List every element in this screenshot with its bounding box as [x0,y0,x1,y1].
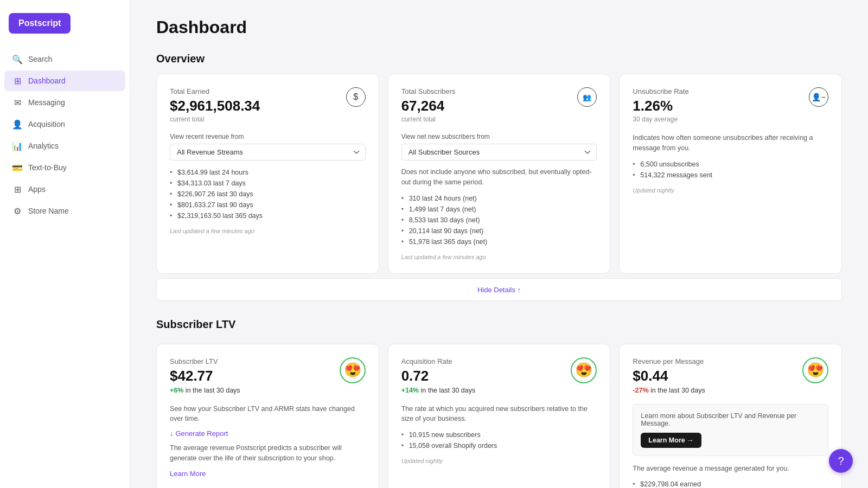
acquisition-footnote: Updated nightly [401,458,597,464]
overview-cards: Total Earned $2,961,508.34 current total… [156,74,842,274]
hide-details-bar: Hide Details ↑ [156,278,842,301]
earned-bullet-5: $2,319,163.50 last 365 days [170,210,366,221]
total-earned-footnote: Last updated a few minutes ago [170,228,366,234]
acquisition-change: +14% in the last 30 days [401,387,476,394]
sidebar-item-messaging[interactable]: ✉ Messaging [4,92,125,113]
rpm-learn-more-button[interactable]: Learn More → [641,433,701,448]
ltv-value: $42.77 [170,368,240,384]
sidebar-item-analytics[interactable]: 📊 Analytics [4,136,125,156]
sidebar: Postscript 🔍 Search ⊞ Dashboard ✉ Messag… [0,0,130,488]
sidebar-item-analytics-label: Analytics [28,142,59,150]
acquisition-value: 0.72 [401,368,476,384]
unsubscribe-rate-sub: 30 day average [633,115,688,123]
rpm-text2: The average revenue a message generated … [633,464,828,474]
earned-bullet-3: $226,907.26 last 30 days [170,189,366,200]
rpm-card-header: Revenue per Message $0.44 -27% in the la… [633,357,828,401]
rpm-bullet-1: $229,798.04 earned [633,479,828,488]
subscribers-dropdown-row: View net new subscribers from All Subscr… [401,133,597,160]
ltv-change-suffix: in the last 30 days [186,387,240,394]
unsubscribe-description: Indicates how often someone unsubscribes… [633,133,828,153]
sidebar-nav: 🔍 Search ⊞ Dashboard ✉ Messaging 👤 Acqui… [0,49,130,484]
total-subscribers-header: Total Subscribers 67,264 current total 👥 [401,87,597,131]
sidebar-logo: Postscript [9,13,121,34]
subscribers-bullets: 310 last 24 hours (net) 1,499 last 7 day… [401,193,597,247]
ltv-section-title: Subscriber LTV [156,318,842,331]
rpm-value: $0.44 [633,368,705,384]
acq-bullet-2: 15,058 overall Shopify orders [401,440,597,451]
acquisition-icon: 👤 [12,119,23,130]
hide-details-button[interactable]: Hide Details ↑ [477,286,521,294]
unsubscribe-rate-header: Unsubscribe Rate 1.26% 30 day average 👤− [633,87,828,131]
help-fab-button[interactable]: ? [829,449,853,473]
dollar-icon: $ [346,87,366,107]
sub-bullet-2: 1,499 last 7 days (net) [401,204,597,215]
acquisition-text1: The rate at which you acquired new subsc… [401,404,597,425]
total-earned-label: Total Earned [170,87,260,95]
rpm-box-text: Learn more about Subscriber LTV and Reve… [641,412,820,427]
total-subscribers-sub: current total [401,115,456,123]
sidebar-item-messaging-label: Messaging [28,98,65,107]
acquisition-bullets: 10,915 new subscribers 15,058 overall Sh… [401,429,597,451]
revenue-dropdown-row: View recent revenue from All Revenue Str… [170,133,366,160]
ltv-card-header: Subscriber LTV $42.77 +6% in the last 30… [170,357,366,401]
rpm-emoji-icon: 😍 [802,357,828,383]
help-icon: ? [838,455,844,467]
subscribers-footnote: Last updated a few minutes ago [401,254,597,260]
subscriber-ltv-card: Subscriber LTV $42.77 +6% in the last 30… [156,344,379,489]
main-content: Dashboard Overview Total Earned $2,961,5… [130,0,868,488]
sub-bullet-4: 20,114 last 90 days (net) [401,226,597,236]
unsubscribe-rate-card: Unsubscribe Rate 1.26% 30 day average 👤−… [619,74,842,274]
sub-bullet-5: 51,978 last 365 days (net) [401,236,597,247]
sub-bullet-1: 310 last 24 hours (net) [401,193,597,204]
unsubscribe-rate-value: 1.26% [633,98,688,114]
page-title: Dashboard [156,17,842,37]
store-icon: ⚙ [12,206,23,216]
sidebar-item-dashboard-label: Dashboard [28,76,66,85]
sidebar-item-acquisition-label: Acquisition [28,120,65,129]
total-subscribers-label: Total Subscribers [401,87,456,95]
ltv-learn-more-button[interactable]: Learn More [170,470,206,478]
acquisition-change-suffix: in the last 30 days [420,387,475,394]
acquisition-label: Acquisition Rate [401,357,476,365]
rpm-label: Revenue per Message [633,357,705,365]
subscribers-dropdown-label: View net new subscribers from [401,133,597,140]
rpm-learn-more-box: Learn more about Subscriber LTV and Reve… [633,404,828,456]
rpm-change-prefix: -27% [633,387,648,394]
ltv-text1: See how your Subscriber LTV and ARMR sta… [170,404,366,425]
earned-bullet-1: $3,614.99 last 24 hours [170,167,366,178]
sidebar-item-acquisition[interactable]: 👤 Acquisition [4,114,125,134]
unsubscribe-rate-label: Unsubscribe Rate [633,87,688,95]
ltv-change: +6% in the last 30 days [170,387,240,394]
apps-icon: ⊞ [12,184,23,195]
ltv-text2: The average revenue Postscript predicts … [170,443,366,464]
subscriber-sources-dropdown[interactable]: All Subscriber Sources [401,144,597,160]
unsub-bullet-1: 6,500 unsubscribes [633,159,828,170]
download-icon: ↓ [170,429,174,438]
total-earned-sub: current total [170,115,260,123]
unsubscribe-footnote: Updated nightly [633,187,828,194]
revenue-streams-dropdown[interactable]: All Revenue Streams [170,144,366,160]
text-to-buy-icon: 💳 [12,162,23,173]
generate-report-button[interactable]: ↓ Generate Report [170,429,228,438]
acquisition-change-prefix: +14% [401,387,419,394]
sub-bullet-3: 8,533 last 30 days (net) [401,215,597,226]
logo-text[interactable]: Postscript [9,13,71,34]
dashboard-icon: ⊞ [12,75,23,86]
acquisition-rate-card: Acquisition Rate 0.72 +14% in the last 3… [388,344,611,489]
messaging-icon: ✉ [12,97,23,108]
sidebar-item-text-to-buy[interactable]: 💳 Text-to-Buy [4,157,125,178]
sidebar-item-store-name-label: Store Name [28,207,69,215]
acquisition-emoji-icon: 😍 [571,357,597,383]
rpm-change-suffix: in the last 30 days [650,387,705,394]
acq-bullet-1: 10,915 new subscribers [401,429,597,440]
unsubscribe-icon: 👤− [809,87,828,107]
total-subscribers-value: 67,264 [401,98,456,114]
earned-bullet-4: $801,633.27 last 90 days [170,200,366,210]
sidebar-item-search-label: Search [28,55,52,63]
sidebar-item-store-name[interactable]: ⚙ Store Name [4,201,125,221]
total-earned-header: Total Earned $2,961,508.34 current total… [170,87,366,131]
ltv-change-prefix: +6% [170,387,183,394]
sidebar-item-dashboard[interactable]: ⊞ Dashboard [4,70,125,91]
sidebar-item-search[interactable]: 🔍 Search [4,49,125,69]
sidebar-item-apps[interactable]: ⊞ Apps [4,179,125,200]
